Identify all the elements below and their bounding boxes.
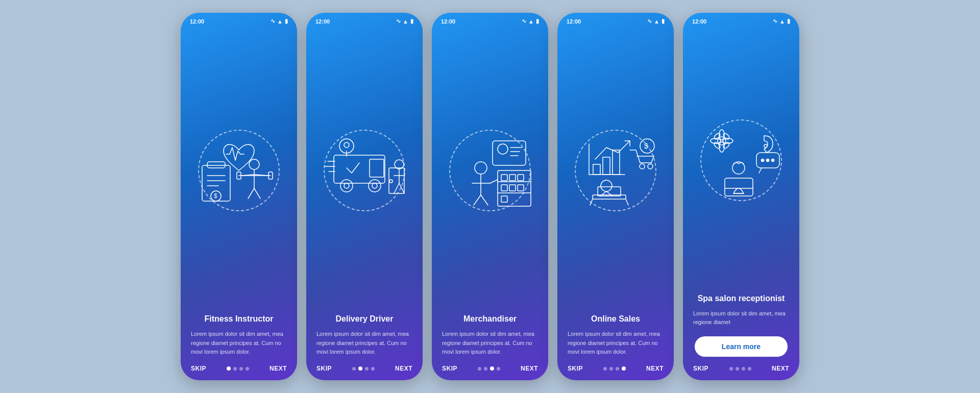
dot-1 [729,367,733,371]
status-time: 12:00 [441,18,455,24]
status-bar-merchandiser: 12:00 ∿ ▲ ▮ [432,13,548,27]
wifi-icon: ∿ [647,18,652,24]
text-area-fitness: Fitness Instructor Lorem ipsum dolor sit… [181,314,297,361]
bottom-nav-online-sales: SKIP NEXT [557,361,674,380]
dot-2 [736,367,739,371]
dots-delivery [352,366,375,371]
dot-2 [609,367,613,371]
status-icons: ∿ ▲ ▮ [647,18,665,24]
battery-icon: ▮ [536,18,539,24]
screen-body-spa: Lorem ipsum dolor sit dim amet, mea regi… [693,309,789,327]
screen-title-delivery: Delivery Driver [316,314,412,325]
wifi-icon: ∿ [773,18,777,24]
text-area-online-sales: Online Sales Lorem ipsum dolor sit dim a… [557,314,674,361]
battery-icon: ▮ [787,18,790,24]
screen-body-fitness: Lorem ipsum dolor sit dim amet, mea regi… [191,330,287,357]
next-button-spa[interactable]: NEXT [772,365,789,372]
wifi-icon: ∿ [396,18,401,24]
text-area-spa: Spa salon receptionist Lorem ipsum dolor… [683,293,799,331]
status-icons: ∿ ▲ ▮ [396,18,413,24]
signal-icon: ▲ [277,18,283,24]
screen-body-merchandiser: Lorem ipsum dolor sit dim amet, mea regi… [442,330,538,357]
illustration-fitness: $ [181,27,297,314]
learn-more-button[interactable]: Learn more [695,336,788,357]
next-button-online-sales[interactable]: NEXT [646,365,664,372]
bottom-nav-delivery: SKIP NEXT [306,361,423,380]
screen-title-merchandiser: Merchandiser [442,314,538,325]
illustration-merchandiser [432,27,548,314]
battery-icon: ▮ [410,18,413,24]
status-icons: ∿ ▲ ▮ [773,18,790,24]
dot-2 [233,367,237,371]
status-bar-fitness: 12:00 ∿ ▲ ▮ [181,13,297,27]
dots-spa [729,367,751,371]
skip-button-online-sales[interactable]: SKIP [568,365,583,372]
dashed-circle [198,130,280,211]
dot-3 [239,367,243,371]
skip-button-spa[interactable]: SKIP [693,365,708,372]
illustration-spa [683,27,799,293]
illustration-delivery [306,27,423,314]
signal-icon: ▲ [528,18,534,24]
illustration-online-sales: $ [557,27,674,314]
bottom-nav-spa: SKIP NEXT [683,361,799,380]
dot-3 [742,367,745,371]
text-area-delivery: Delivery Driver Lorem ipsum dolor sit di… [306,314,423,361]
dots-fitness [227,366,249,371]
dashed-circle [575,130,656,211]
screen-body-delivery: Lorem ipsum dolor sit dim amet, mea regi… [316,330,412,357]
bottom-nav-fitness: SKIP NEXT [181,361,297,380]
screen-body-online-sales: Lorem ipsum dolor sit dim amet, mea regi… [568,330,664,357]
dot-3 [616,367,619,371]
bottom-nav-merchandiser: SKIP NEXT [432,361,548,380]
wifi-icon: ∿ [522,18,526,24]
dot-4 [371,367,375,371]
battery-icon: ▮ [662,18,665,24]
skip-button-delivery[interactable]: SKIP [316,365,332,372]
phone-spa: 12:00 ∿ ▲ ▮ [683,13,799,380]
next-button-fitness[interactable]: NEXT [270,365,287,372]
status-icons: ∿ ▲ ▮ [522,18,539,24]
phones-container: 12:00 ∿ ▲ ▮ [181,13,799,380]
phone-fitness: 12:00 ∿ ▲ ▮ [181,13,297,380]
screen-title-online-sales: Online Sales [568,314,664,325]
signal-icon: ▲ [403,18,408,24]
status-time: 12:00 [567,18,581,24]
dot-1 [352,367,356,371]
status-time: 12:00 [315,18,330,24]
dot-4 [622,366,626,371]
dot-3 [490,366,494,371]
status-time: 12:00 [190,18,204,24]
next-button-merchandiser[interactable]: NEXT [521,365,538,372]
dot-4 [246,367,249,371]
dot-4 [748,367,751,371]
dot-4 [497,367,500,371]
status-bar-spa: 12:00 ∿ ▲ ▮ [683,13,799,27]
battery-icon: ▮ [285,18,288,24]
status-time: 12:00 [692,18,706,24]
signal-icon: ▲ [779,18,785,24]
skip-button-fitness[interactable]: SKIP [191,365,206,372]
screen-title-spa: Spa salon receptionist [693,293,789,304]
dot-2 [358,366,362,371]
status-icons: ∿ ▲ ▮ [271,18,288,24]
skip-button-merchandiser[interactable]: SKIP [442,365,457,372]
phone-merchandiser: 12:00 ∿ ▲ ▮ [432,13,548,380]
status-bar-online-sales: 12:00 ∿ ▲ ▮ [557,13,674,27]
screen-title-fitness: Fitness Instructor [191,314,287,325]
dashed-circle [324,130,405,211]
signal-icon: ▲ [654,18,659,24]
dot-1 [478,367,481,371]
dashed-circle [700,119,782,201]
wifi-icon: ∿ [271,18,275,24]
dot-1 [603,367,607,371]
text-area-merchandiser: Merchandiser Lorem ipsum dolor sit dim a… [432,314,548,361]
phone-online-sales: 12:00 ∿ ▲ ▮ [557,13,674,380]
dots-merchandiser [478,366,500,371]
dashed-circle [449,130,531,211]
dot-3 [365,367,369,371]
dot-1 [227,366,231,371]
status-bar-delivery: 12:00 ∿ ▲ ▮ [306,13,423,27]
next-button-delivery[interactable]: NEXT [395,365,412,372]
dots-online-sales [603,366,626,371]
